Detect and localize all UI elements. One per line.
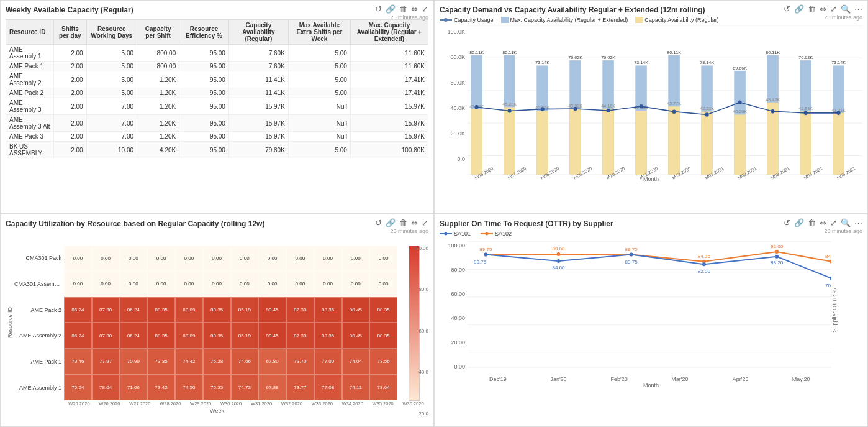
- expand-v-icon-tr[interactable]: ⤢: [830, 4, 837, 14]
- heatmap-ylabel: AME Assembly 1: [14, 385, 61, 391]
- cell-capacity-shift: 1.20K: [137, 132, 179, 142]
- heatmap-xlabel: W34.2020: [337, 401, 368, 406]
- heatmap-xlabel: W29.2020: [186, 401, 216, 406]
- refresh-icon-tr[interactable]: ↺: [784, 4, 790, 14]
- svg-point-83: [830, 259, 831, 263]
- capacity-table-panel: ↺ 🔗 🗑 ⇔ ⤢ Weekly Available Capacity (Reg…: [0, 0, 434, 214]
- table-row: BK US ASSEMBLY 2.00 10.00 4.20K 95.00 79…: [6, 142, 428, 158]
- yaxis-80k: 80.0K: [440, 54, 465, 60]
- cell-avail-regular: 7.60K: [228, 45, 288, 62]
- zoom-icon-tr[interactable]: 🔍: [841, 4, 851, 14]
- cell-max-avail: 15.97K: [350, 98, 428, 115]
- cell-max-extra: Null: [288, 98, 350, 115]
- heatmap-cell: 90.45: [342, 323, 370, 349]
- yaxis-40k: 40.0K: [440, 105, 465, 111]
- svg-text:88.20: 88.20: [771, 260, 784, 265]
- heatmap-cell: 0.00: [120, 246, 148, 272]
- expand-v-icon-br[interactable]: ⤢: [830, 218, 837, 227]
- supplier-xaxis-title: Month: [440, 382, 862, 388]
- refresh-icon-bl[interactable]: ↺: [375, 218, 382, 227]
- capacity-table-timestamp: 23 minutes ago: [390, 14, 428, 21]
- col-resource-id: Resource ID: [6, 20, 54, 45]
- heatmap-cell: 0.00: [175, 246, 203, 272]
- cell-capacity-shift: 1.20K: [137, 115, 179, 132]
- heatmap-cell: 88.35: [369, 323, 397, 349]
- link-icon-tr[interactable]: 🔗: [794, 4, 804, 14]
- heatmap-ylabel: AME Assembly 2: [14, 333, 61, 339]
- heatmap-cell: 0.00: [203, 246, 231, 272]
- expand-h-icon-tr[interactable]: ⇔: [820, 4, 826, 14]
- heatmap-cell: 0.00: [147, 271, 175, 297]
- legend-sa102: SA102: [481, 231, 512, 237]
- cell-max-avail: 17.41K: [350, 88, 428, 98]
- col-capacity-shift: Capacity per Shift: [137, 20, 179, 45]
- more-icon-br[interactable]: ⋯: [854, 218, 862, 227]
- cell-efficiency: 95.00: [179, 115, 229, 132]
- svg-point-71: [486, 232, 489, 235]
- cell-shifts: 2.00: [54, 71, 87, 88]
- heatmap-cell: 87.30: [286, 297, 314, 323]
- cell-max-avail: 11.60K: [350, 45, 428, 62]
- svg-text:70.80: 70.80: [825, 282, 831, 288]
- trash-icon[interactable]: 🗑: [399, 4, 407, 14]
- cell-working-days: 5.00: [86, 88, 137, 98]
- more-icon-tr[interactable]: ⋯: [854, 4, 862, 14]
- cell-shifts: 2.00: [54, 132, 87, 142]
- cell-max-avail: 17.41K: [350, 71, 428, 88]
- cell-working-days: 10.00: [86, 142, 137, 158]
- svg-text:84.25: 84.25: [698, 254, 711, 259]
- supplier-xaxis: Dec'19 Jan'20 Feb'20 Mar'20 Apr'20 May'2…: [468, 376, 831, 382]
- heatmap-cell: 85.19: [231, 297, 259, 323]
- supplier-chart-area: 89.75 89.80 89.75 84.25 92.00 84.25 89.7…: [468, 239, 831, 382]
- svg-text:84.60: 84.60: [552, 265, 565, 270]
- legend-reg-avail: Capacity Availability (Regular): [635, 17, 718, 23]
- cell-capacity-shift: 800.00: [137, 62, 179, 71]
- link-icon-bl[interactable]: 🔗: [386, 218, 396, 227]
- cell-max-avail: 15.97K: [350, 132, 428, 142]
- svg-text:89.75: 89.75: [625, 247, 638, 252]
- table-row: AME Assembly 2 2.00 5.00 1.20K 95.00 11.…: [6, 71, 428, 88]
- expand-h-icon[interactable]: ⇔: [411, 4, 418, 14]
- trash-icon-bl[interactable]: 🗑: [399, 218, 407, 227]
- trash-icon-tr[interactable]: 🗑: [808, 4, 816, 14]
- zoom-icon-br[interactable]: 🔍: [841, 218, 851, 227]
- panel-toolbar-br: ↺ 🔗 🗑 ⇔ ⤢ 🔍 ⋯: [784, 218, 862, 227]
- expand-h-icon-br[interactable]: ⇔: [820, 218, 826, 227]
- heatmap-cell: 0.00: [369, 246, 397, 272]
- svg-text:92.00: 92.00: [771, 243, 784, 249]
- heatmap-cell: 73.42: [147, 375, 175, 401]
- refresh-icon[interactable]: ↺: [375, 4, 382, 14]
- cell-efficiency: 95.00: [179, 62, 229, 71]
- supplier-yaxis-title: Supplier OTTR %: [831, 288, 838, 333]
- heatmap-panel: ↺ 🔗 🗑 ⇔ ⤢ Capacity Utilization by Resour…: [0, 214, 434, 428]
- refresh-icon-br[interactable]: ↺: [784, 218, 790, 227]
- cell-avail-regular: 79.80K: [228, 142, 288, 158]
- cell-capacity-shift: 1.20K: [137, 98, 179, 115]
- cell-max-extra: 5.00: [288, 45, 350, 62]
- cell-max-extra: Null: [288, 132, 350, 142]
- svg-text:89.80: 89.80: [552, 246, 565, 252]
- cell-avail-regular: 15.97K: [228, 132, 288, 142]
- cell-resource-id: AME Pack 2: [6, 88, 54, 98]
- link-icon-br[interactable]: 🔗: [794, 218, 804, 227]
- svg-point-89: [830, 276, 831, 280]
- cell-resource-id: AME Pack 3: [6, 132, 54, 142]
- expand-v-icon[interactable]: ⤢: [422, 4, 428, 14]
- expand-h-icon-bl[interactable]: ⇔: [411, 218, 418, 227]
- capacity-table: Resource ID Shifts per day Resource Work…: [6, 19, 428, 158]
- heatmap-cell: 0.00: [147, 246, 175, 272]
- link-icon[interactable]: 🔗: [386, 4, 396, 14]
- heatmap-cell: 0.00: [231, 246, 259, 272]
- heatmap-cell: 88.35: [203, 297, 231, 323]
- cell-max-extra: 5.00: [288, 62, 350, 71]
- heatmap-cell: 88.35: [314, 323, 342, 349]
- expand-v-icon-bl[interactable]: ⤢: [422, 218, 428, 227]
- trash-icon-br[interactable]: 🗑: [808, 218, 816, 227]
- svg-text:82.00: 82.00: [698, 269, 711, 274]
- heatmap-cell: 77.08: [314, 375, 342, 401]
- panel-toolbar-top-right: ↺ 🔗 🗑 ⇔ ⤢ 🔍 ⋯: [784, 4, 862, 14]
- legend-sa101: SA101: [440, 231, 471, 237]
- heatmap-cell: 0.00: [286, 246, 314, 272]
- heatmap-ylabel: AME Pack 1: [14, 359, 61, 365]
- heatmap-cell: 88.35: [369, 297, 397, 323]
